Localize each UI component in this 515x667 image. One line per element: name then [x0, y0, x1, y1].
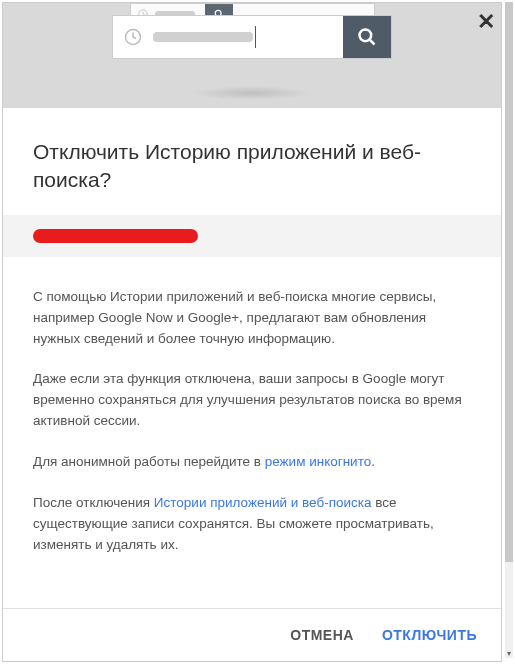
scroll-thumb[interactable] [505, 2, 513, 562]
account-email-band [3, 215, 501, 257]
svg-line-5 [370, 40, 375, 45]
confirm-dialog: ✕ [2, 2, 502, 662]
paragraph-1: С помощью Истории приложений и веб-поиск… [33, 287, 471, 350]
close-button[interactable]: ✕ [477, 11, 495, 33]
search-bar-foreground [112, 15, 392, 59]
incognito-link[interactable]: режим инкогнито [265, 454, 372, 469]
text-cursor [255, 26, 256, 48]
cancel-button[interactable]: ОТМЕНА [290, 627, 354, 643]
dialog-content: Отключить Историю приложений и веб-поиск… [3, 108, 501, 608]
close-icon: ✕ [477, 9, 495, 34]
clock-icon [113, 28, 153, 46]
text: После отключения [33, 495, 154, 510]
hero-illustration [3, 3, 501, 108]
dialog-body: С помощью Истории приложений и веб-поиск… [3, 267, 501, 586]
paragraph-4: После отключения Истории приложений и ве… [33, 493, 471, 556]
confirm-button[interactable]: ОТКЛЮЧИТЬ [382, 627, 477, 643]
placeholder-bar [153, 32, 253, 42]
text: . [371, 454, 375, 469]
scrollbar[interactable]: ▴ ▾ [505, 2, 513, 658]
dialog-footer: ОТМЕНА ОТКЛЮЧИТЬ [3, 608, 501, 661]
svg-point-4 [360, 30, 372, 42]
search-button [343, 16, 391, 58]
hero-shadow [192, 86, 312, 100]
paragraph-2: Даже если эта функция отключена, ваши за… [33, 369, 471, 432]
text: Для анонимной работы перейдите в [33, 454, 265, 469]
redacted-email [33, 229, 198, 243]
dialog-title: Отключить Историю приложений и веб-поиск… [3, 108, 501, 215]
history-link[interactable]: Истории приложений и веб-поиска [154, 495, 372, 510]
scroll-down-arrow[interactable]: ▾ [505, 650, 513, 658]
paragraph-3: Для анонимной работы перейдите в режим и… [33, 452, 471, 473]
